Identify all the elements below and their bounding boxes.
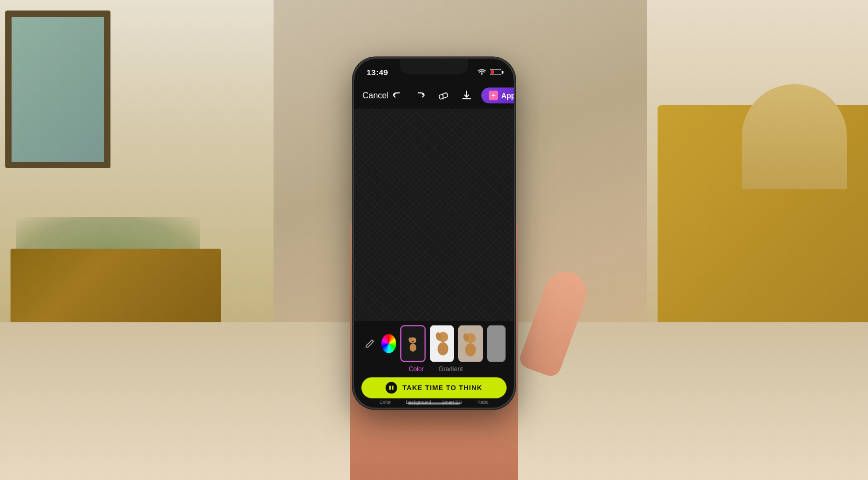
battery-icon (490, 69, 501, 75)
color-tool-label: Color (379, 399, 391, 404)
toolbar-actions: Apply (389, 87, 514, 104)
mirror (5, 11, 110, 168)
redo-button[interactable] (412, 87, 429, 104)
cancel-button[interactable]: Cancel (362, 90, 389, 100)
thumb (517, 265, 593, 379)
redo-icon (415, 89, 426, 101)
ratio-tool-label: Ratio (477, 399, 488, 404)
save-icon (461, 89, 472, 101)
apply-label: Apply (501, 91, 514, 99)
home-indicator (408, 402, 460, 404)
phone: 13:49 Cancel (352, 57, 516, 409)
main-canvas (354, 108, 514, 323)
svg-point-26 (437, 342, 448, 355)
svg-rect-41 (392, 385, 393, 390)
pencil-icon (365, 338, 375, 349)
swatch-thumbnail-1 (405, 333, 421, 354)
bottom-toolbar: Color Gradient Color (354, 321, 514, 407)
pause-button[interactable] (386, 382, 397, 393)
apply-icon (489, 90, 498, 100)
tab-labels: Color Gradient (354, 364, 514, 373)
pencil-tool[interactable] (362, 334, 377, 353)
swatches-row (354, 321, 514, 364)
swatch-gray-bg (458, 325, 483, 362)
svg-point-23 (412, 341, 413, 343)
eraser-button[interactable] (435, 87, 452, 104)
swatch-white-bg (430, 325, 455, 362)
banner-text: TAKE TIME TO THINK (402, 384, 482, 392)
undo-button[interactable] (389, 87, 406, 104)
notch (400, 58, 468, 74)
svg-point-29 (465, 343, 476, 356)
svg-rect-40 (389, 385, 391, 390)
app-toolbar: Cancel (354, 82, 514, 108)
apply-button[interactable]: Apply (481, 87, 514, 103)
battery-fill (491, 70, 494, 74)
color-wheel[interactable] (381, 334, 396, 353)
tab-gradient[interactable]: Gradient (437, 364, 465, 373)
svg-point-21 (409, 343, 416, 351)
phone-wrapper: 13:49 Cancel (352, 57, 516, 409)
eraser-icon (438, 89, 449, 101)
undo-icon (391, 89, 403, 101)
swatch-gray[interactable] (458, 325, 483, 362)
swatch-thumbnail-3 (458, 326, 483, 361)
sparkle-icon (490, 91, 497, 99)
status-icons (478, 69, 501, 75)
canvas-background (354, 108, 514, 323)
swatch-dark-bg (401, 326, 425, 361)
tab-color[interactable]: Color (407, 364, 426, 373)
swatch-partial[interactable] (487, 325, 506, 362)
save-button[interactable] (458, 87, 475, 104)
swatch-partial-bg (487, 325, 506, 362)
pause-icon (388, 384, 395, 391)
phone-screen: 13:49 Cancel (354, 58, 514, 407)
wifi-icon (478, 69, 486, 75)
chair-right (742, 84, 847, 189)
swatch-thumbnail-2 (430, 325, 455, 359)
status-time: 13:49 (367, 68, 388, 77)
swatch-white[interactable] (430, 325, 455, 362)
swatch-dark[interactable] (400, 325, 426, 362)
banner: TAKE TIME TO THINK (361, 377, 507, 398)
